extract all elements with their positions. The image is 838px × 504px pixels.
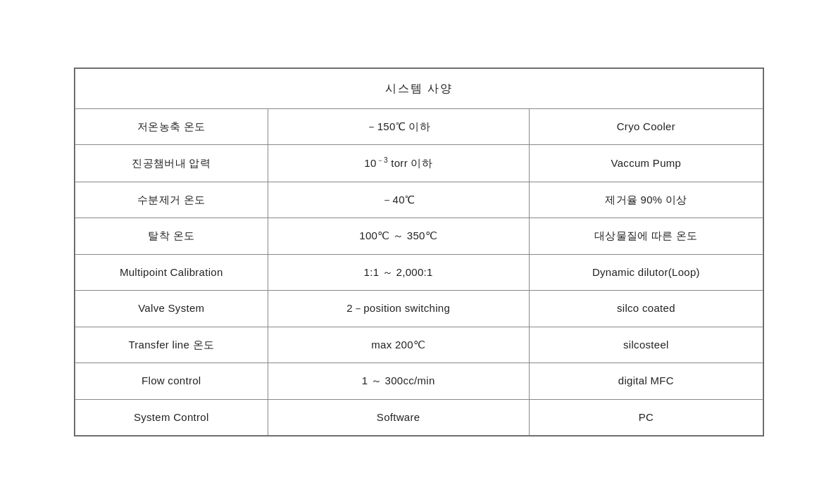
row-label: Flow control	[75, 363, 268, 400]
table-row: Multipoint Calibration1:1 ～ 2,000:1Dynam…	[75, 254, 763, 291]
table-row: 수분제거 온도－40℃제거율 90% 이상	[75, 182, 763, 218]
row-label: 수분제거 온도	[75, 182, 268, 218]
row-device: digital MFC	[529, 363, 763, 400]
spec-table-wrapper: 시스템 사양 저온농축 온도－150℃ 이하Cryo Cooler진공챔버내 압…	[74, 68, 764, 437]
row-value: 100℃ ～ 350℃	[268, 218, 529, 255]
row-device: PC	[529, 399, 763, 436]
row-device: 제거율 90% 이상	[529, 182, 763, 218]
row-label: System Control	[75, 399, 268, 436]
spec-table: 시스템 사양 저온농축 온도－150℃ 이하Cryo Cooler진공챔버내 압…	[75, 68, 763, 436]
row-device: silco coated	[529, 291, 763, 327]
row-label: Multipoint Calibration	[75, 254, 268, 291]
table-title: 시스템 사양	[75, 68, 763, 108]
row-device: Dynamic dilutor(Loop)	[529, 254, 763, 291]
table-row: 진공챔버내 압력10－3 torr 이하Vaccum Pump	[75, 145, 763, 182]
row-value: 2－position switching	[268, 291, 529, 327]
table-row: 저온농축 온도－150℃ 이하Cryo Cooler	[75, 108, 763, 145]
row-label: 탈착 온도	[75, 218, 268, 255]
table-row: Flow control1 ～ 300cc/mindigital MFC	[75, 363, 763, 400]
row-value: 1 ～ 300cc/min	[268, 363, 529, 400]
table-row: System ControlSoftwarePC	[75, 399, 763, 436]
row-label: 진공챔버내 압력	[75, 145, 268, 182]
row-device: silcosteel	[529, 327, 763, 363]
row-value: max 200℃	[268, 327, 529, 363]
row-label: Transfer line 온도	[75, 327, 268, 363]
table-row: 탈착 온도100℃ ～ 350℃대상물질에 따른 온도	[75, 218, 763, 255]
row-device: Vaccum Pump	[529, 145, 763, 182]
row-value: 10－3 torr 이하	[268, 145, 529, 182]
row-value: Software	[268, 399, 529, 436]
table-row: Transfer line 온도max 200℃silcosteel	[75, 327, 763, 363]
row-value: 1:1 ～ 2,000:1	[268, 254, 529, 291]
row-label: Valve System	[75, 291, 268, 327]
row-value: －150℃ 이하	[268, 108, 529, 145]
table-row: Valve System2－position switchingsilco co…	[75, 291, 763, 327]
row-device: Cryo Cooler	[529, 108, 763, 145]
row-value: －40℃	[268, 182, 529, 218]
row-device: 대상물질에 따른 온도	[529, 218, 763, 255]
row-label: 저온농축 온도	[75, 108, 268, 145]
